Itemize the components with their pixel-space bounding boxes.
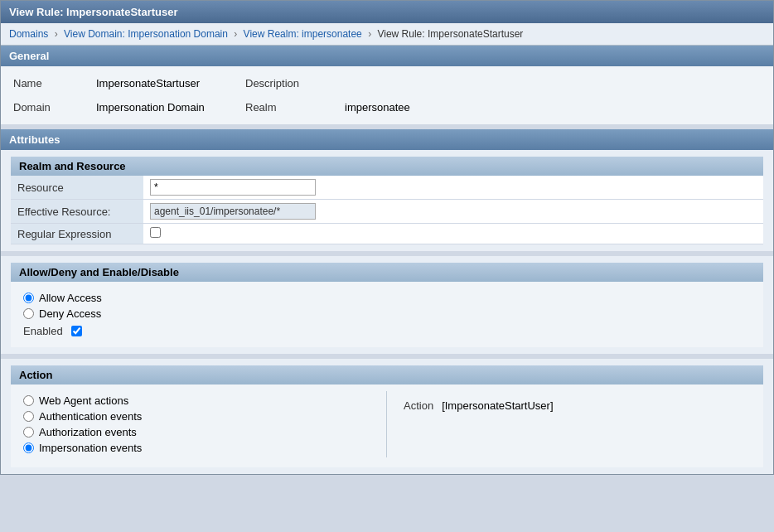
general-grid: Name ImpersonateStartuser Description Do… [1,66,773,124]
resource-row: Resource [11,176,763,200]
breadcrumb: Domains › View Domain: Impersonation Dom… [1,23,773,46]
resource-value-cell [143,176,763,200]
breadcrumb-sep-2: › [234,28,239,40]
allow-access-radio[interactable] [23,293,34,303]
deny-access-group: Deny Access [23,307,751,320]
name-value: ImpersonateStartuser [96,75,245,92]
action-wrapper: Action Web Agent actions Authentication … [1,359,773,474]
impersonation-events-group: Impersonation events [23,442,378,454]
domain-value: Impersonation Domain [96,99,245,116]
impersonation-events-radio[interactable] [23,443,34,453]
breadcrumb-sep-1: › [55,28,60,40]
domain-label: Domain [13,99,96,116]
enabled-checkbox[interactable] [71,326,82,336]
page-wrapper: View Rule: ImpersonateStartuser Domains … [0,0,774,475]
description-label: Description [245,75,345,92]
regex-label: Regular Expression [11,224,143,244]
action-header: Action [11,365,763,384]
auth-events-group: Authentication events [23,410,378,423]
effective-resource-row: Effective Resource: [11,200,763,224]
title-bar: View Rule: ImpersonateStartuser [1,1,773,23]
regex-checkbox[interactable] [150,227,161,238]
general-header: General [1,46,773,66]
attributes-section: Attributes Realm and Resource Resource E… [1,129,773,474]
regex-value-cell [143,224,763,244]
realm-resource-header: Realm and Resource [11,157,763,176]
deny-access-label: Deny Access [39,307,101,320]
deny-access-radio[interactable] [23,308,34,319]
allow-access-group: Allow Access [23,292,751,304]
realm-value: impersonatee [345,99,761,116]
breadcrumb-domains[interactable]: Domains [9,28,48,40]
impersonation-events-label: Impersonation events [39,442,142,454]
effective-resource-input[interactable] [150,203,316,220]
realm-label: Realm [245,99,345,116]
allow-deny-wrapper: Allow/Deny and Enable/Disable Allow Acce… [1,256,773,354]
realm-resource-wrapper: Realm and Resource Resource Effective Re… [1,150,773,251]
general-section: General Name ImpersonateStartuser Descri… [1,46,773,124]
allow-deny-header: Allow/Deny and Enable/Disable [11,263,763,282]
web-agent-group: Web Agent actions [23,394,378,407]
effective-resource-value-cell [143,200,763,224]
breadcrumb-realm[interactable]: View Realm: impersonatee [244,28,362,40]
authorization-events-radio[interactable] [23,427,34,438]
breadcrumb-sep-3: › [368,28,374,40]
effective-resource-label: Effective Resource: [11,200,143,224]
title-text: View Rule: ImpersonateStartuser [9,6,178,18]
action-right-label: Action [404,399,433,412]
authorization-events-label: Authorization events [39,426,137,438]
web-agent-radio[interactable] [23,395,34,406]
authorization-events-group: Authorization events [23,426,378,438]
attributes-header: Attributes [1,129,773,150]
action-right: Action [ImpersonateStartUser] [387,391,751,457]
resource-input[interactable] [150,179,316,196]
description-value [345,75,761,92]
name-label: Name [13,75,96,92]
web-agent-label: Web Agent actions [39,394,128,407]
allow-deny-section: Allow Access Deny Access Enabled [11,282,763,347]
regex-row: Regular Expression [11,224,763,244]
breadcrumb-current: View Rule: ImpersonateStartuser [377,28,523,40]
realm-resource-table: Resource Effective Resource: Regular Exp… [11,176,763,244]
enabled-label: Enabled [23,325,63,337]
enabled-row: Enabled [23,325,751,337]
action-section: Web Agent actions Authentication events … [11,384,763,467]
allow-access-label: Allow Access [39,292,102,304]
resource-label: Resource [11,176,143,200]
breadcrumb-domain[interactable]: View Domain: Impersonation Domain [64,28,228,40]
action-left: Web Agent actions Authentication events … [23,391,387,457]
auth-events-label: Authentication events [39,410,142,423]
action-right-value: [ImpersonateStartUser] [442,399,553,412]
auth-events-radio[interactable] [23,411,34,422]
